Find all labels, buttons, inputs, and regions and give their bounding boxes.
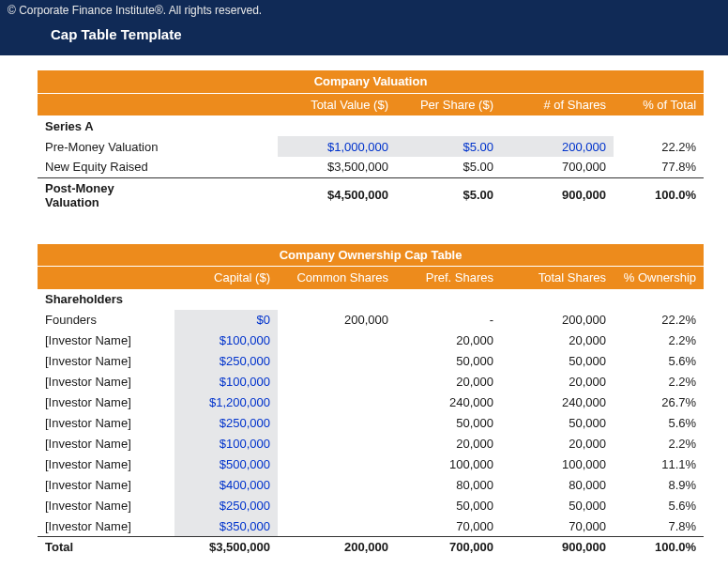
- cell-pref: 20,000: [396, 331, 501, 351]
- content: Company Valuation Total Value ($) Per Sh…: [0, 55, 728, 569]
- cell-total: $3,500,000: [278, 157, 396, 177]
- valuation-title-row: Company Valuation: [38, 70, 704, 93]
- cell-pref: 50,000: [396, 351, 501, 372]
- cell-common: 200,000: [278, 537, 396, 558]
- ownership-row: [Investor Name]$250,00050,00050,0005.6%: [38, 496, 704, 516]
- col-num-shares: # of Shares: [501, 93, 614, 115]
- row-label: Total: [38, 537, 174, 558]
- cell-pct: 2.2%: [614, 434, 704, 454]
- cell-pct: 2.2%: [614, 331, 704, 351]
- row-label: [Investor Name]: [38, 331, 174, 351]
- cell-total: $4,500,000: [278, 177, 396, 212]
- cell-pref: 240,000: [396, 392, 501, 413]
- copyright-bar: © Corporate Finance Institute®. All righ…: [0, 0, 728, 21]
- col-total-value: Total Value ($): [278, 93, 396, 115]
- row-label: [Investor Name]: [38, 392, 174, 413]
- cell-common: [278, 496, 396, 516]
- valuation-total-row: Post-Money Valuation $4,500,000 $5.00 90…: [38, 177, 704, 212]
- ownership-row: [Investor Name]$1,200,000240,000240,0002…: [38, 392, 704, 413]
- cell-pct: 11.1%: [614, 454, 704, 475]
- cell-common: [278, 413, 396, 434]
- cell-common: [278, 516, 396, 537]
- ownership-table: Company Ownership Cap Table Capital ($) …: [38, 244, 704, 558]
- row-label: [Investor Name]: [38, 475, 174, 496]
- ownership-columns: Capital ($) Common Shares Pref. Shares T…: [38, 267, 704, 289]
- row-label: [Investor Name]: [38, 496, 174, 516]
- ownership-row: [Investor Name]$400,00080,00080,0008.9%: [38, 475, 704, 496]
- cell-pct: 5.6%: [614, 351, 704, 372]
- cell-common: [278, 434, 396, 454]
- col-common: Common Shares: [278, 267, 396, 289]
- cell-total: 200,000: [501, 310, 614, 331]
- col-total-shares: Total Shares: [501, 267, 614, 289]
- cell-cap[interactable]: $500,000: [174, 454, 278, 475]
- cell-total: 70,000: [501, 516, 614, 537]
- cell-pref: 20,000: [396, 372, 501, 392]
- cell-cap[interactable]: $400,000: [174, 475, 278, 496]
- col-blank: [38, 93, 174, 115]
- cell-pct: 7.8%: [614, 516, 704, 537]
- cell-total: 50,000: [501, 496, 614, 516]
- valuation-columns: Total Value ($) Per Share ($) # of Share…: [38, 93, 704, 115]
- cell-total: 100,000: [501, 454, 614, 475]
- ownership-row: [Investor Name]$100,00020,00020,0002.2%: [38, 331, 704, 351]
- ownership-total-row: Total $3,500,000 200,000 700,000 900,000…: [38, 537, 704, 558]
- ownership-row: [Investor Name]$250,00050,00050,0005.6%: [38, 413, 704, 434]
- valuation-row: Pre-Money Valuation $1,000,000 $5.00 200…: [38, 136, 704, 157]
- cell-pct: 26.7%: [614, 392, 704, 413]
- cell-common: [278, 454, 396, 475]
- cell-cap[interactable]: $350,000: [174, 516, 278, 537]
- valuation-group: Series A: [38, 115, 704, 136]
- ownership-group: Shareholders: [38, 289, 704, 310]
- ownership-row: [Investor Name]$100,00020,00020,0002.2%: [38, 372, 704, 392]
- cell-cap[interactable]: $250,000: [174, 496, 278, 516]
- ownership-title: Company Ownership Cap Table: [38, 244, 704, 267]
- cell-pct: 2.2%: [614, 372, 704, 392]
- col-pref: Pref. Shares: [396, 267, 501, 289]
- cell-total: 20,000: [501, 331, 614, 351]
- valuation-title: Company Valuation: [38, 70, 704, 93]
- cell-pref: 80,000: [396, 475, 501, 496]
- page-title: Cap Table Template: [0, 21, 728, 55]
- cell-pref: 100,000: [396, 454, 501, 475]
- cell-cap[interactable]: $250,000: [174, 351, 278, 372]
- cell-shares[interactable]: 200,000: [501, 136, 614, 157]
- cell-pct: 100.0%: [614, 177, 704, 212]
- group-label: Series A: [38, 115, 704, 136]
- ownership-row: [Investor Name]$100,00020,00020,0002.2%: [38, 434, 704, 454]
- cell-cap[interactable]: $1,200,000: [174, 392, 278, 413]
- cell-cap[interactable]: $100,000: [174, 372, 278, 392]
- row-label: [Investor Name]: [38, 454, 174, 475]
- cell-cap[interactable]: $250,000: [174, 413, 278, 434]
- cell-cap[interactable]: $100,000: [174, 434, 278, 454]
- row-label: Pre-Money Valuation: [38, 136, 174, 157]
- cell-pref: 20,000: [396, 434, 501, 454]
- cell-cap[interactable]: $100,000: [174, 331, 278, 351]
- cell-per: $5.00: [396, 157, 501, 177]
- ownership-row: [Investor Name]$350,00070,00070,0007.8%: [38, 516, 704, 537]
- cell-total: 50,000: [501, 351, 614, 372]
- row-label: New Equity Raised: [38, 157, 174, 177]
- cell-common: 200,000: [278, 310, 396, 331]
- col-per-share: Per Share ($): [396, 93, 501, 115]
- row-label: [Investor Name]: [38, 351, 174, 372]
- ownership-row: [Investor Name]$500,000100,000100,00011.…: [38, 454, 704, 475]
- ownership-row: [Investor Name]$250,00050,00050,0005.6%: [38, 351, 704, 372]
- row-label: [Investor Name]: [38, 413, 174, 434]
- cell-pct: 5.6%: [614, 413, 704, 434]
- cell-shares: 700,000: [501, 157, 614, 177]
- cell-total[interactable]: $1,000,000: [278, 136, 396, 157]
- row-label: [Investor Name]: [38, 516, 174, 537]
- valuation-row: New Equity Raised $3,500,000 $5.00 700,0…: [38, 157, 704, 177]
- cell-common: [278, 372, 396, 392]
- cell-cap[interactable]: $0: [174, 310, 278, 331]
- cell-per[interactable]: $5.00: [396, 136, 501, 157]
- ownership-row: Founders$0200,000-200,00022.2%: [38, 310, 704, 331]
- cell-common: [278, 392, 396, 413]
- cell-common: [278, 351, 396, 372]
- cell-pref: 50,000: [396, 496, 501, 516]
- cell-total: 240,000: [501, 392, 614, 413]
- cell-common: [278, 475, 396, 496]
- col-capital: Capital ($): [174, 267, 278, 289]
- col-pct-total: % of Total: [614, 93, 704, 115]
